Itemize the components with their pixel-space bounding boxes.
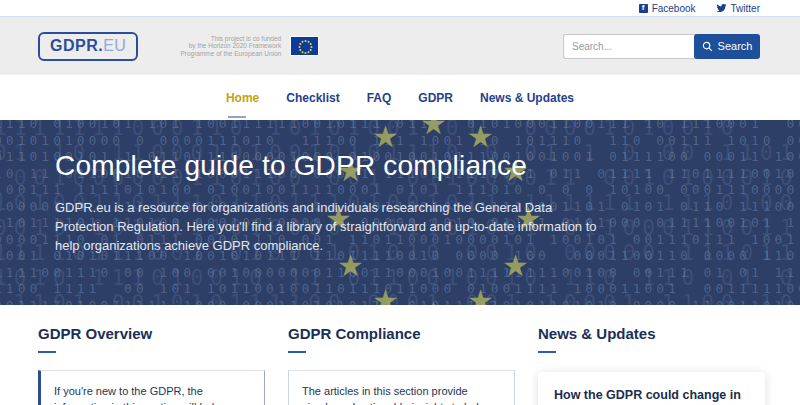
compliance-card: The articles in this section provide sim… — [288, 370, 515, 405]
hero-title: Complete guide to GDPR compliance — [55, 150, 800, 182]
heading-accent-bar — [288, 351, 306, 353]
eu-star-icon: ★ — [372, 283, 399, 305]
column-news-updates: News & Updates How the GDPR could change… — [538, 325, 765, 405]
search-button-label: Search — [718, 40, 753, 52]
funding-line: Programme of the European Union — [180, 50, 281, 58]
column-gdpr-overview: GDPR Overview If you're new to the GDPR,… — [38, 325, 265, 405]
overview-card-text: If you're new to the GDPR, the informati… — [54, 385, 241, 405]
heading-accent-bar — [538, 351, 556, 353]
gdpr-eu-logo[interactable]: GDPR.EU — [38, 32, 138, 61]
eu-star-icon: ★ — [420, 296, 447, 305]
compliance-card-text: The articles in this section provide sim… — [302, 385, 485, 405]
nav-item-home[interactable]: Home — [226, 85, 259, 111]
logo-text-secondary: EU — [103, 37, 126, 54]
funding-line: by the Horizon 2020 Framework — [180, 42, 281, 50]
search-icon — [702, 41, 713, 52]
facebook-link[interactable]: f Facebook — [639, 3, 696, 14]
nav-item-gdpr[interactable]: GDPR — [418, 85, 453, 111]
search-box: Search — [563, 34, 760, 59]
facebook-icon: f — [639, 4, 648, 13]
eu-flag-icon — [290, 36, 319, 56]
twitter-link[interactable]: Twitter — [716, 3, 760, 14]
news-article-title: How the GDPR could change in 2020 — [554, 388, 741, 405]
eu-star-icon: ★ — [467, 283, 494, 305]
nav-label: GDPR — [418, 91, 453, 105]
topbar: f Facebook Twitter — [0, 0, 800, 17]
nav-label: Checklist — [286, 91, 339, 105]
eu-funding-note: This project is co funded by the Horizon… — [180, 35, 281, 58]
logo-text-primary: GDPR. — [50, 37, 103, 54]
site-header: GDPR.EU This project is co funded by the… — [0, 17, 800, 75]
section-heading: GDPR Compliance — [288, 325, 515, 342]
twitter-icon — [716, 3, 727, 13]
search-button[interactable]: Search — [694, 34, 760, 59]
column-gdpr-compliance: GDPR Compliance The articles in this sec… — [288, 325, 515, 405]
nav-label: Home — [226, 91, 259, 105]
facebook-label: Facebook — [652, 3, 696, 14]
hero-description: GDPR.eu is a resource for organizations … — [55, 198, 603, 255]
nav-item-faq[interactable]: FAQ — [367, 85, 392, 111]
news-article-card[interactable]: How the GDPR could change in 2020 — [538, 372, 765, 405]
nav-item-news-updates[interactable]: News & Updates — [480, 85, 574, 111]
section-heading: News & Updates — [538, 325, 765, 342]
main-nav: Home Checklist FAQ GDPR News & Updates — [0, 75, 800, 120]
nav-item-checklist[interactable]: Checklist — [286, 85, 339, 111]
nav-label: News & Updates — [480, 91, 574, 105]
overview-card: If you're new to the GDPR, the informati… — [38, 370, 265, 405]
content-columns: GDPR Overview If you're new to the GDPR,… — [0, 305, 800, 405]
section-heading: GDPR Overview — [38, 325, 265, 342]
twitter-label: Twitter — [731, 3, 760, 14]
nav-label: FAQ — [367, 91, 392, 105]
active-underline — [228, 116, 246, 118]
funding-line: This project is co funded — [180, 35, 281, 43]
hero-content: Complete guide to GDPR compliance GDPR.e… — [0, 120, 800, 255]
heading-accent-bar — [38, 351, 56, 353]
search-input[interactable] — [563, 34, 696, 59]
hero-banner: 1110 0100101 101 1001111110010111 0110 0… — [0, 120, 800, 305]
